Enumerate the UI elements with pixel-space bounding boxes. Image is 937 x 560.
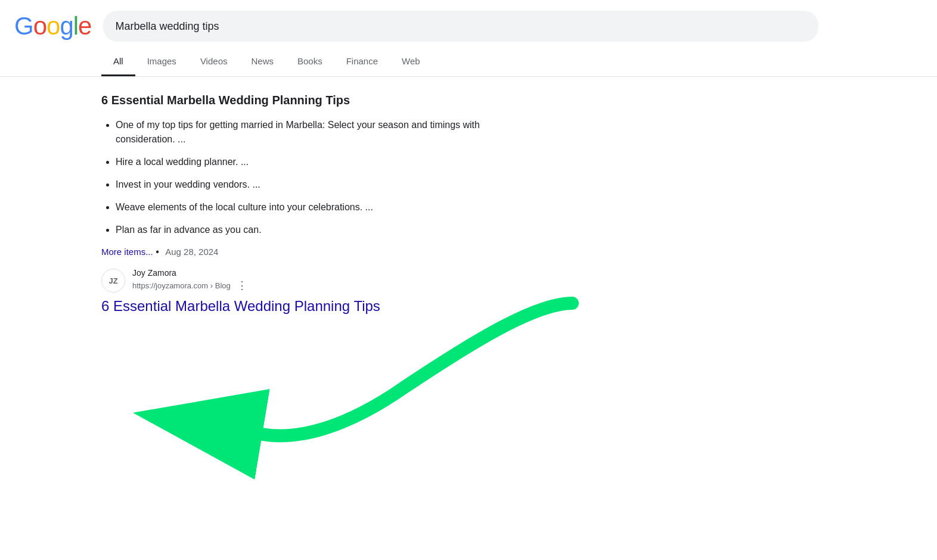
three-dot-menu-button[interactable]: ⋮ xyxy=(234,278,250,293)
source-name: Joy Zamora xyxy=(132,268,250,278)
snippet-footer: More items... • Aug 28, 2024 xyxy=(101,247,536,257)
tab-news[interactable]: News xyxy=(239,48,286,76)
search-bar-wrapper: Marbella wedding tips xyxy=(103,11,818,42)
snippet-title: 6 Essential Marbella Wedding Planning Ti… xyxy=(101,94,536,107)
tab-videos[interactable]: Videos xyxy=(188,48,240,76)
nav-tabs: All Images Videos News Books Finance Web xyxy=(0,48,937,77)
tab-all[interactable]: All xyxy=(101,48,135,76)
result-link[interactable]: 6 Essential Marbella Wedding Planning Ti… xyxy=(101,297,536,315)
header: Google Marbella wedding tips xyxy=(0,0,937,48)
more-items-link[interactable]: More items... xyxy=(101,247,153,257)
source-block: JZ Joy Zamora https://joyzamora.com › Bl… xyxy=(101,268,536,293)
source-url-row: https://joyzamora.com › Blog ⋮ xyxy=(132,278,250,293)
featured-snippet: 6 Essential Marbella Wedding Planning Ti… xyxy=(101,94,536,315)
list-item: Plan as far in advance as you can. xyxy=(116,223,536,237)
snippet-meta: JZ Joy Zamora https://joyzamora.com › Bl… xyxy=(101,268,536,315)
list-item: Hire a local wedding planner. ... xyxy=(116,155,536,169)
list-item: One of my top tips for getting married i… xyxy=(116,118,536,147)
bullet-separator: • xyxy=(156,247,162,257)
snippet-date: Aug 28, 2024 xyxy=(165,247,218,257)
tab-images[interactable]: Images xyxy=(135,48,188,76)
tab-books[interactable]: Books xyxy=(286,48,334,76)
source-info: Joy Zamora https://joyzamora.com › Blog … xyxy=(132,268,250,293)
list-item: Invest in your wedding vendors. ... xyxy=(116,178,536,192)
source-avatar: JZ xyxy=(101,269,125,293)
content-wrapper: 6 Essential Marbella Wedding Planning Ti… xyxy=(0,77,937,349)
search-query-text: Marbella wedding tips xyxy=(115,20,219,33)
main-content: 6 Essential Marbella Wedding Planning Ti… xyxy=(0,77,536,349)
list-item: Weave elements of the local culture into… xyxy=(116,200,536,214)
tab-finance[interactable]: Finance xyxy=(334,48,390,76)
snippet-list: One of my top tips for getting married i… xyxy=(101,118,536,237)
tab-web[interactable]: Web xyxy=(390,48,432,76)
search-bar[interactable]: Marbella wedding tips xyxy=(103,11,818,42)
google-logo: Google xyxy=(14,12,91,41)
source-url: https://joyzamora.com › Blog xyxy=(132,281,231,290)
